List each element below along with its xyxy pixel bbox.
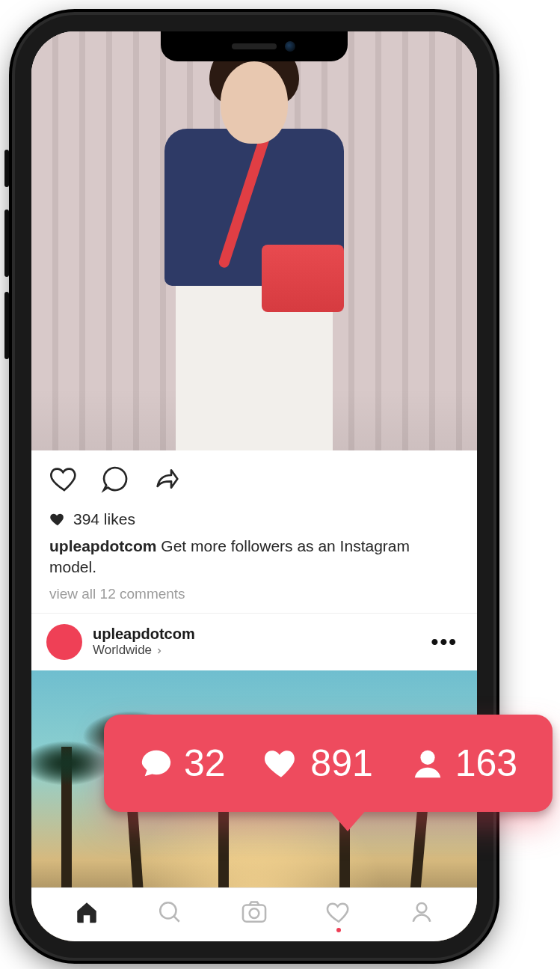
nav-search-icon[interactable] <box>157 899 182 925</box>
heart-filled-icon <box>49 511 66 528</box>
post-actions <box>31 450 477 500</box>
likes-count: 394 likes <box>73 510 135 528</box>
nav-home-icon[interactable] <box>74 899 99 925</box>
phone-frame: 394 likes upleapdotcom Get more follower… <box>15 15 493 958</box>
side-button <box>4 210 9 277</box>
notif-followers-count: 163 <box>455 742 517 785</box>
bubble-tail-icon <box>328 809 367 831</box>
likes-row[interactable]: 394 likes <box>31 500 477 533</box>
nav-camera-icon[interactable] <box>240 898 268 926</box>
caption-username: upleapdotcom <box>49 537 157 554</box>
post-location[interactable]: Worldwide <box>93 643 431 658</box>
svg-point-0 <box>160 902 176 918</box>
svg-point-3 <box>417 902 427 912</box>
notif-comments: 32 <box>139 742 226 785</box>
post-header: upleapdotcom Worldwide ••• <box>31 613 477 670</box>
svg-point-4 <box>420 751 434 765</box>
nav-activity-icon[interactable] <box>326 899 351 925</box>
heart-filled-icon <box>262 745 300 782</box>
notification-bubble: 32 891 163 <box>104 715 553 812</box>
share-icon[interactable] <box>151 464 184 494</box>
notch <box>161 31 348 61</box>
notif-likes: 891 <box>262 742 372 785</box>
more-options-icon[interactable]: ••• <box>431 630 462 654</box>
svg-rect-1 <box>243 905 265 921</box>
avatar[interactable] <box>46 624 82 660</box>
person-filled-icon <box>410 746 445 780</box>
notif-followers: 163 <box>410 742 517 785</box>
post-figure <box>150 39 359 443</box>
notif-comments-count: 32 <box>184 742 226 785</box>
nav-profile-icon[interactable] <box>409 899 434 925</box>
post-caption[interactable]: upleapdotcom Get more followers as an In… <box>31 533 477 581</box>
side-button <box>4 292 9 359</box>
post-image[interactable] <box>31 31 477 450</box>
comment-icon[interactable] <box>100 464 130 494</box>
side-button <box>4 150 9 187</box>
post-username[interactable]: upleapdotcom <box>93 625 431 643</box>
chevron-right-icon <box>155 646 164 655</box>
view-all-comments[interactable]: view all 12 comments <box>31 581 477 613</box>
comment-filled-icon <box>139 746 173 780</box>
activity-dot-icon <box>336 928 341 932</box>
like-icon[interactable] <box>49 464 79 494</box>
notif-likes-count: 891 <box>310 742 372 785</box>
svg-point-2 <box>250 908 259 918</box>
bottom-nav <box>31 887 477 941</box>
